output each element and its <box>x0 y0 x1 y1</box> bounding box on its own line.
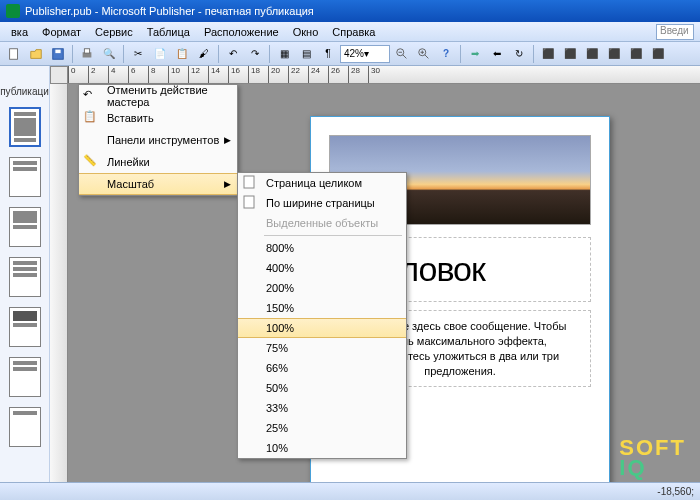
align-icon[interactable]: ⬛ <box>582 44 602 64</box>
rotate-icon[interactable]: ↻ <box>509 44 529 64</box>
open-icon[interactable] <box>26 44 46 64</box>
help-search-input[interactable]: Введи <box>656 24 694 40</box>
zoom-submenu-item[interactable]: 10% <box>238 438 406 458</box>
zoom-submenu-item[interactable]: 200% <box>238 278 406 298</box>
align-icon[interactable]: ⬛ <box>626 44 646 64</box>
search-icon[interactable]: 🔍 <box>99 44 119 64</box>
menu-item[interactable]: Формат <box>35 24 88 40</box>
ruler-vertical <box>50 84 68 482</box>
zoom-submenu-item[interactable]: Страница целиком <box>238 173 406 193</box>
svg-rect-2 <box>55 49 60 53</box>
align-icon[interactable]: ⬛ <box>560 44 580 64</box>
chevron-right-icon: ▶ <box>224 179 231 189</box>
zoom-submenu-item: Выделенные объекты <box>238 213 406 233</box>
zoom-submenu: Страница целикомПо ширине страницыВыделе… <box>237 172 407 459</box>
chevron-right-icon: ▶ <box>224 135 231 145</box>
titlebar: Publisher.pub - Microsoft Publisher - пе… <box>0 0 700 22</box>
undo-icon[interactable]: ↶ <box>223 44 243 64</box>
print-icon[interactable] <box>77 44 97 64</box>
zoom-submenu-item[interactable]: По ширине страницы <box>238 193 406 213</box>
zoom-combo[interactable]: 42% ▾ <box>340 45 390 63</box>
redo-icon[interactable]: ↷ <box>245 44 265 64</box>
copy-icon[interactable]: 📄 <box>150 44 170 64</box>
context-menu: ↶Отменить действие мастера📋ВставитьПанел… <box>78 84 238 196</box>
template-thumb[interactable] <box>9 357 41 397</box>
brush-icon[interactable]: 🖌 <box>194 44 214 64</box>
zoom-submenu-item[interactable]: 66% <box>238 358 406 378</box>
context-menu-item[interactable]: 📋Вставить <box>79 107 237 129</box>
svg-line-9 <box>425 54 429 58</box>
svg-rect-4 <box>84 48 89 52</box>
menu-item[interactable]: Сервис <box>88 24 140 40</box>
align-icon[interactable]: ⬛ <box>604 44 624 64</box>
status-coords: -18,560; <box>657 486 694 497</box>
columns-icon[interactable]: ▤ <box>296 44 316 64</box>
transparent-icon[interactable]: ▦ <box>274 44 294 64</box>
template-thumb[interactable] <box>9 257 41 297</box>
template-thumb[interactable] <box>9 307 41 347</box>
panel-label: публикаци <box>0 86 49 97</box>
app-icon <box>6 4 20 18</box>
menu-item[interactable]: Таблица <box>140 24 197 40</box>
forward-icon[interactable]: ➡ <box>465 44 485 64</box>
align-left-icon[interactable]: ⬛ <box>538 44 558 64</box>
zoom-submenu-item[interactable]: 75% <box>238 338 406 358</box>
width-icon <box>242 195 258 211</box>
help-icon[interactable]: ? <box>436 44 456 64</box>
zoom-submenu-item[interactable]: 100% <box>238 318 406 338</box>
new-icon[interactable] <box>4 44 24 64</box>
paste-icon: 📋 <box>83 110 99 126</box>
statusbar: -18,560; <box>0 482 700 500</box>
menubar: вка Формат Сервис Таблица Расположение О… <box>0 22 700 42</box>
template-thumb[interactable] <box>9 157 41 197</box>
zoom-submenu-item[interactable]: 25% <box>238 418 406 438</box>
menu-item[interactable]: Окно <box>286 24 326 40</box>
context-menu-item[interactable]: Панели инструментов▶ <box>79 129 237 151</box>
svg-rect-12 <box>244 176 254 188</box>
context-menu-item[interactable]: Масштаб▶ <box>79 173 237 195</box>
pilcrow-icon[interactable]: ¶ <box>318 44 338 64</box>
zoom-submenu-item[interactable]: 33% <box>238 398 406 418</box>
menu-item[interactable]: Расположение <box>197 24 286 40</box>
template-thumb[interactable] <box>9 407 41 447</box>
back-icon[interactable]: ⬅ <box>487 44 507 64</box>
paste-icon[interactable]: 📋 <box>172 44 192 64</box>
menu-item[interactable]: Справка <box>325 24 382 40</box>
zoom-submenu-item[interactable]: 800% <box>238 238 406 258</box>
ruler-icon: 📏 <box>83 154 99 170</box>
page-icon <box>242 175 258 191</box>
svg-rect-0 <box>10 48 18 59</box>
align-icon[interactable]: ⬛ <box>648 44 668 64</box>
context-menu-item[interactable]: 📏Линейки <box>79 151 237 173</box>
window-title: Publisher.pub - Microsoft Publisher - пе… <box>25 5 314 17</box>
template-thumb[interactable] <box>9 107 41 147</box>
zoom-out-icon[interactable] <box>392 44 412 64</box>
svg-rect-13 <box>244 196 254 208</box>
ruler-horizontal: 024681012141618202224262830 <box>68 66 700 84</box>
cut-icon[interactable]: ✂ <box>128 44 148 64</box>
zoom-in-icon[interactable] <box>414 44 434 64</box>
undo-icon: ↶ <box>83 88 99 104</box>
save-icon[interactable] <box>48 44 68 64</box>
zoom-submenu-item[interactable]: 150% <box>238 298 406 318</box>
context-menu-item[interactable]: ↶Отменить действие мастера <box>79 85 237 107</box>
toolbar-1: 🔍 ✂ 📄 📋 🖌 ↶ ↷ ▦ ▤ ¶ 42% ▾ ? ➡ ⬅ ↻ ⬛ ⬛ ⬛ … <box>0 42 700 66</box>
svg-line-6 <box>403 54 407 58</box>
watermark: SOFT IQ <box>619 438 686 478</box>
zoom-submenu-item[interactable]: 400% <box>238 258 406 278</box>
template-thumb[interactable] <box>9 207 41 247</box>
template-panel: публикаци <box>0 66 50 482</box>
ruler-corner <box>50 66 68 84</box>
zoom-submenu-item[interactable]: 50% <box>238 378 406 398</box>
menu-item[interactable]: вка <box>4 24 35 40</box>
